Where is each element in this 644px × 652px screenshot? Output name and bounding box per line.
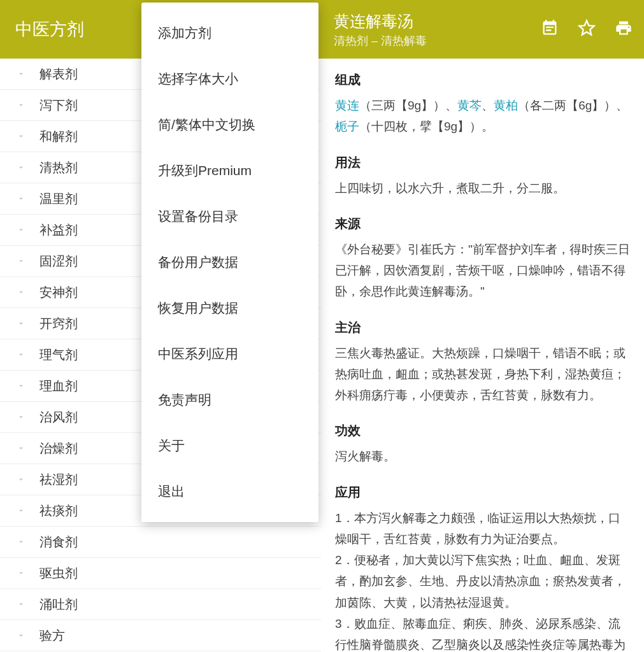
menu-item[interactable]: 设置备份目录: [141, 194, 318, 239]
section-title-composition: 组成: [335, 71, 630, 89]
menu-item[interactable]: 添加方剂: [141, 10, 318, 56]
menu-item[interactable]: 简/繁体中文切换: [141, 102, 318, 148]
chevron-down-icon: [17, 194, 27, 203]
chevron-down-icon: [17, 257, 27, 266]
category-label: 补益剂: [39, 222, 78, 239]
menu-item[interactable]: 关于: [141, 423, 318, 469]
section-body-source: 《外台秘要》引崔氏方："前军督护刘车者，得时疾三日已汗解，因饮酒复剧，苦烦干呕，…: [335, 239, 630, 302]
right-panel: 黄连解毒汤 清热剂 – 清热解毒 组成 黄连（三两【9g】）、黄芩、黄柏（各二两…: [321, 0, 644, 652]
section-title-application: 应用: [335, 484, 630, 501]
chevron-down-icon: [17, 288, 27, 297]
herb-link[interactable]: 黄芩: [457, 99, 482, 112]
category-label: 和解剂: [39, 128, 78, 145]
detail-content: 组成 黄连（三两【9g】）、黄芩、黄柏（各二两【6g】）、栀子（十四枚，擘【9g…: [321, 59, 644, 652]
chevron-down-icon: [17, 101, 27, 110]
section-title-effect: 功效: [335, 422, 630, 439]
app-title: 中医方剂: [15, 18, 84, 41]
category-label: 固涩剂: [39, 253, 78, 270]
category-label: 清热剂: [39, 159, 78, 176]
chevron-down-icon: [17, 413, 27, 422]
herb-link[interactable]: 黄连: [335, 99, 359, 112]
category-label: 泻下剂: [39, 97, 78, 114]
chevron-down-icon: [17, 163, 27, 172]
chevron-down-icon: [17, 319, 27, 328]
menu-item[interactable]: 升级到Premium: [141, 148, 318, 194]
category-label: 祛痰剂: [39, 502, 78, 520]
notes-icon[interactable]: [541, 19, 559, 39]
chevron-down-icon: [17, 631, 27, 640]
herb-link[interactable]: 栀子: [335, 120, 359, 133]
category-item[interactable]: 消食剂: [0, 527, 321, 558]
menu-item[interactable]: 备份用户数据: [141, 239, 318, 285]
category-label: 验方: [39, 627, 65, 644]
chevron-down-icon: [17, 381, 27, 390]
options-menu: 添加方剂选择字体大小简/繁体中文切换升级到Premium设置备份目录备份用户数据…: [141, 3, 318, 522]
formula-subtitle: 清热剂 – 清热解毒: [334, 33, 541, 48]
category-item[interactable]: 涌吐剂: [0, 589, 321, 620]
chevron-down-icon: [17, 69, 27, 78]
section-body-effect: 泻火解毒。: [335, 446, 630, 467]
category-label: 理气剂: [39, 346, 78, 364]
category-label: 治燥剂: [39, 440, 78, 457]
menu-item[interactable]: 选择字体大小: [141, 56, 318, 102]
herb-link[interactable]: 黄柏: [494, 99, 518, 112]
category-label: 治风剂: [39, 409, 78, 426]
chevron-down-icon: [17, 600, 27, 609]
category-label: 涌吐剂: [39, 596, 78, 613]
category-item[interactable]: 驱虫剂: [0, 558, 321, 589]
chevron-down-icon: [17, 506, 27, 515]
category-label: 消食剂: [39, 534, 78, 551]
left-panel: 中医方剂 解表剂泻下剂和解剂清热剂温里剂补益剂固涩剂安神剂开窍剂理气剂理血剂治风…: [0, 0, 321, 652]
category-label: 开窍剂: [39, 315, 78, 332]
category-label: 祛湿剂: [39, 471, 78, 488]
category-item[interactable]: 验方: [0, 620, 321, 651]
section-title-usage: 用法: [335, 154, 630, 171]
print-icon[interactable]: [615, 19, 633, 39]
menu-item[interactable]: 恢复用户数据: [141, 285, 318, 331]
section-body-indication: 三焦火毒热盛证。大热烦躁，口燥咽干，错语不眠；或热病吐血，衄血；或热甚发斑，身热…: [335, 343, 630, 406]
chevron-down-icon: [17, 537, 27, 546]
menu-item[interactable]: 中医系列应用: [141, 331, 318, 377]
formula-title: 黄连解毒汤: [334, 11, 541, 32]
section-title-source: 来源: [335, 215, 630, 232]
detail-header: 黄连解毒汤 清热剂 – 清热解毒: [321, 0, 644, 59]
section-body-usage: 上四味切，以水六升，煮取二升，分二服。: [335, 178, 630, 199]
category-label: 驱虫剂: [39, 565, 78, 582]
category-label: 理血剂: [39, 378, 78, 395]
menu-item[interactable]: 免责声明: [141, 377, 318, 423]
chevron-down-icon: [17, 350, 27, 359]
category-label: 温里剂: [39, 190, 78, 208]
star-icon[interactable]: [578, 19, 596, 39]
category-label: 解表剂: [39, 66, 78, 83]
section-title-indication: 主治: [335, 319, 630, 336]
chevron-down-icon: [17, 132, 27, 141]
chevron-down-icon: [17, 225, 27, 234]
chevron-down-icon: [17, 475, 27, 484]
category-label: 安神剂: [39, 284, 78, 301]
section-body-application: 1．本方泻火解毒之力颇强，临证运用以大热烦扰，口燥咽干，舌红苔黄，脉数有力为证治…: [335, 507, 630, 653]
section-body-composition: 黄连（三两【9g】）、黄芩、黄柏（各二两【6g】）、栀子（十四枚，擘【9g】）。: [335, 95, 630, 138]
menu-item[interactable]: 退出: [141, 469, 318, 514]
chevron-down-icon: [17, 444, 27, 453]
chevron-down-icon: [17, 569, 27, 578]
